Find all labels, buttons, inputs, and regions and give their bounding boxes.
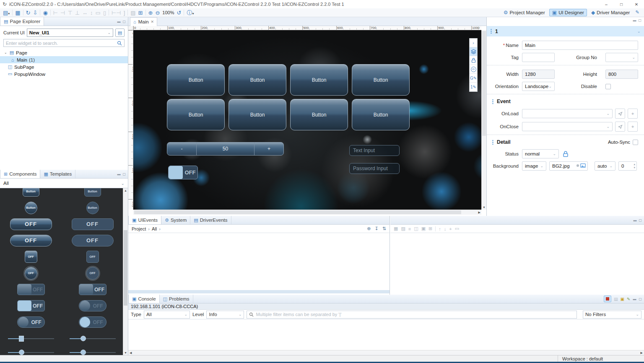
canvas-text-input-widget[interactable]: Text Input	[349, 145, 400, 156]
canvas-vertical-scrollbar[interactable]: ▼	[481, 30, 486, 210]
sort-icon[interactable]: ⇅	[382, 226, 386, 231]
breadcrumb-project[interactable]: Project	[132, 226, 146, 231]
tree-item-page[interactable]: ⌄ ▤ Page	[0, 49, 128, 56]
canvas-button-widget[interactable]: Button	[352, 99, 410, 130]
tab-main-page[interactable]: ⌂ Main ✕	[130, 17, 157, 26]
component-slide-toggle[interactable]: OFF	[17, 300, 45, 311]
close-button[interactable]: ✕	[629, 0, 644, 8]
sync-icon[interactable]: ↻	[25, 10, 32, 16]
tab-system[interactable]: ⚙ System	[161, 216, 190, 224]
component-button-rect[interactable]: Button	[23, 188, 39, 197]
canvas-button-widget[interactable]: Button	[229, 99, 286, 130]
index-edit-icon[interactable]: 1✎	[470, 83, 477, 91]
minimize-button[interactable]: –	[599, 0, 614, 8]
console-output[interactable]	[128, 320, 644, 350]
minimize-panel-icon[interactable]: ▬	[633, 18, 636, 22]
component-toggle-rect[interactable]: OFF	[10, 218, 52, 230]
search-icon[interactable]	[117, 41, 122, 46]
disable-checkbox[interactable]	[605, 84, 611, 89]
status-lock-icon[interactable]	[563, 151, 569, 157]
component-button-rect[interactable]: Button	[84, 188, 101, 197]
background-index-field[interactable]: 0 ▴▾	[618, 161, 637, 171]
scroll-down-icon[interactable]: ▼	[123, 351, 128, 354]
canvas-spinner-widget[interactable]: - 50 +	[167, 142, 284, 156]
status-select[interactable]: normal⌄	[522, 149, 559, 158]
canvas-horizontal-scrollbar[interactable]: ▶	[133, 210, 481, 215]
level-select[interactable]: Info⌄	[206, 311, 244, 319]
component-slider[interactable]	[70, 349, 116, 355]
spinner-minus[interactable]: -	[167, 143, 197, 155]
scrollbar-thumb[interactable]	[134, 210, 461, 214]
ui-designer-button[interactable]: ▣ UI Designer	[549, 9, 587, 16]
zoom-reset-icon[interactable]: ↺	[175, 10, 182, 16]
grid-icon[interactable]: ⊞	[137, 10, 144, 16]
component-slide-toggle-pill[interactable]: OFF	[79, 300, 106, 311]
expander-icon[interactable]: ⌄	[4, 51, 8, 54]
new-ui-button[interactable]: ▤	[115, 29, 125, 37]
console-horizontal-scrollbar[interactable]: ◀ ▶	[128, 350, 644, 355]
maximize-panel-icon[interactable]: ▢	[122, 172, 126, 176]
onclose-select[interactable]: ⌄	[522, 122, 613, 131]
export-log-icon[interactable]: ▤	[614, 297, 618, 301]
tab-problems[interactable]: ◫ Problems	[160, 295, 193, 303]
current-ui-select[interactable]: New_UI1 ⌄	[27, 29, 113, 37]
component-toggle-pill[interactable]: OFF	[10, 235, 52, 246]
tab-components[interactable]: ⊞ Components	[0, 170, 40, 178]
preview-icon[interactable]: ◉	[42, 10, 49, 16]
image-picker-icon[interactable]	[580, 163, 586, 168]
component-toggle-square[interactable]: OFF	[25, 251, 37, 263]
run-event-button[interactable]	[615, 109, 625, 119]
minimize-panel-icon[interactable]: ▬	[117, 172, 120, 176]
auto-sync-checkbox[interactable]	[633, 140, 638, 145]
log-settings-icon[interactable]: ✎	[627, 297, 630, 301]
design-canvas[interactable]: Button Button Button Button Button Butto…	[133, 30, 481, 210]
breadcrumb-all[interactable]: All	[152, 226, 157, 231]
maximize-panel-icon[interactable]: ▢	[639, 218, 642, 222]
component-slide-toggle-pill[interactable]: OFF	[17, 316, 45, 328]
scroll-left-icon[interactable]: ◀	[130, 351, 132, 355]
component-toggle-rect[interactable]: OFF	[72, 218, 114, 230]
zoom-out-icon[interactable]: ⊖	[154, 10, 161, 16]
canvas-button-widget[interactable]: Button	[167, 99, 225, 130]
canvas-button-widget[interactable]: Button	[352, 64, 410, 96]
component-slide-toggle[interactable]: OFF	[79, 284, 106, 295]
minimize-panel-icon[interactable]: ▬	[633, 297, 636, 301]
tab-templates[interactable]: ▦ Templates	[40, 170, 75, 178]
lock-icon[interactable]	[470, 56, 477, 65]
component-slider[interactable]	[8, 335, 54, 342]
scrollbar-thumb[interactable]	[482, 31, 486, 136]
maximize-panel-icon[interactable]: ▢	[122, 20, 126, 23]
group-no-select[interactable]: ⌄	[605, 53, 638, 62]
scrollbar-thumb[interactable]	[124, 230, 127, 306]
canvas-button-widget[interactable]: Button	[290, 64, 348, 96]
inspector-header[interactable]: 1 ⌄	[487, 26, 644, 36]
spinner-arrows-icon[interactable]: ▴▾	[634, 163, 635, 169]
maximize-panel-icon[interactable]: ▢	[638, 18, 641, 22]
background-type-select[interactable]: image⌄	[522, 161, 546, 171]
driver-manager-button[interactable]: ◆ Driver Manager	[588, 9, 633, 16]
push-icon[interactable]: ⇩	[32, 10, 39, 16]
scroll-right-icon[interactable]: ▶	[641, 351, 643, 355]
orientation-select[interactable]: Landscape⌄	[522, 82, 555, 91]
components-scrollbar[interactable]: ▲ ▼	[123, 188, 128, 355]
add-event-button[interactable]: +	[628, 109, 638, 119]
component-button-circle[interactable]: Button	[86, 202, 99, 214]
tree-item-main[interactable]: ⌂ Main (1)	[0, 56, 128, 63]
tree-item-subpage[interactable]: ◫ SubPage	[0, 63, 128, 70]
component-toggle-circle[interactable]: OFF	[25, 267, 37, 280]
onload-select[interactable]: ⌄	[522, 109, 613, 118]
component-slide-toggle-pill[interactable]: OFF	[79, 316, 106, 328]
widget-search-input[interactable]	[6, 41, 117, 46]
background-fit-select[interactable]: auto⌄	[595, 161, 615, 171]
component-toggle-square[interactable]: OFF	[86, 251, 99, 263]
canvas-password-input-widget[interactable]: Password Input	[349, 163, 400, 174]
console-filter-input[interactable]	[256, 312, 574, 317]
project-manager-button[interactable]: ⚙ Project Manager	[501, 9, 548, 16]
save-icon[interactable]: ▦	[14, 10, 21, 16]
clear-icon[interactable]	[576, 164, 579, 167]
component-slider[interactable]	[70, 335, 116, 342]
lock-log-icon[interactable]: ▣	[621, 297, 624, 301]
name-field[interactable]: Main	[522, 41, 638, 50]
help-icon[interactable]: ⓘ▾	[185, 10, 195, 16]
height-field[interactable]: 800	[605, 70, 638, 79]
